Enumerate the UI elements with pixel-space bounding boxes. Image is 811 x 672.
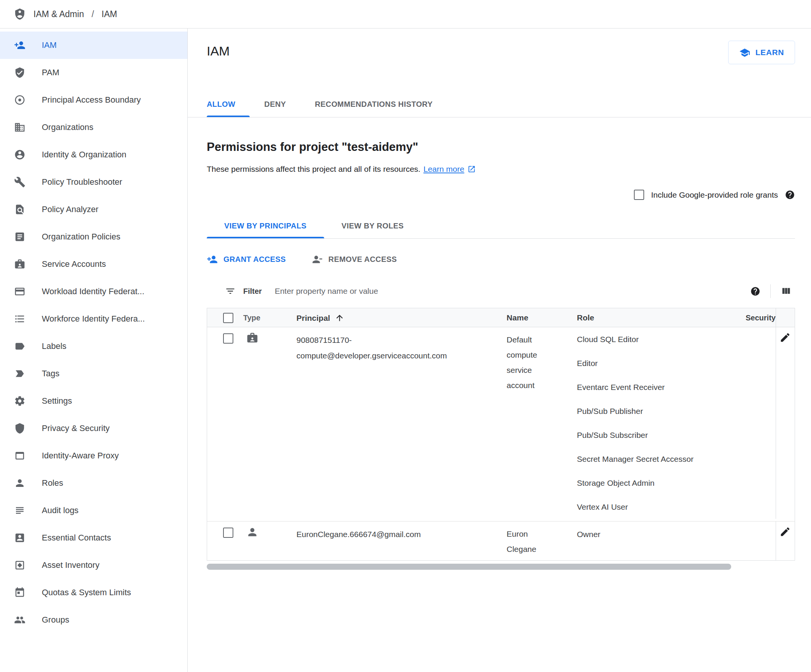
iam-tabs: ALLOW DENY RECOMMENDATIONS HISTORY [188,92,811,117]
permissions-description: These permissions affect this project an… [207,165,420,174]
edit-principal-button[interactable] [779,526,791,538]
column-header-name: Name [507,310,577,325]
grant-access-button[interactable]: GRANT ACCESS [207,254,286,265]
sidebar-item-organization-policies[interactable]: Organization Policies [0,223,187,251]
sidebar-item-pam[interactable]: PAM [0,59,187,86]
sidebar-item-essential-contacts[interactable]: Essential Contacts [0,524,187,552]
include-google-roles-checkbox[interactable] [634,190,644,200]
boundary-icon [14,94,25,106]
sidebar-item-workforce-identity-federation[interactable]: Workforce Identity Federa... [0,305,187,333]
sidebar-item-roles[interactable]: Roles [0,469,187,497]
sidebar-item-identity-organization[interactable]: Identity & Organization [0,141,187,168]
divider [770,284,771,298]
iam-admin-logo-icon [14,8,26,20]
person-icon [14,477,25,489]
filter-bar: Filter [207,279,795,303]
person-icon [246,526,258,538]
sidebar-item-service-accounts[interactable]: Service Accounts [0,251,187,278]
edit-principal-button[interactable] [779,332,791,343]
sidebar-item-identity-aware-proxy[interactable]: Identity-Aware Proxy [0,442,187,469]
sidebar-item-workload-identity-federation[interactable]: Workload Identity Federat... [0,278,187,305]
role-item: Eventarc Event Receiver [577,375,746,399]
row-checkbox[interactable] [223,333,233,344]
sort-ascending-icon [335,313,344,323]
card-icon [14,286,25,297]
groups-icon [14,614,25,626]
role-item: Secret Manager Secret Accessor [577,447,746,471]
sidebar-item-groups[interactable]: Groups [0,606,187,634]
tab-allow[interactable]: ALLOW [207,92,250,117]
filter-label: Filter [243,287,262,296]
scrollbar-thumb[interactable] [207,564,731,570]
breadcrumb-product[interactable]: IAM & Admin [34,9,84,19]
role-item: Pub/Sub Publisher [577,399,746,423]
main-panel: IAM LEARN ALLOW DENY RECOMMENDATIONS HIS… [188,29,811,672]
sidebar-item-principal-access-boundary[interactable]: Principal Access Boundary [0,86,187,114]
tag-icon [14,368,25,379]
role-item: Pub/Sub Subscriber [577,423,746,447]
pencil-icon [779,526,791,538]
principal-email: 908087151170-compute@developer.gservicea… [297,327,507,363]
calendar-icon [14,587,25,598]
principal-email: EuronClegane.666674@gmail.com [297,521,507,542]
remove-access-button[interactable]: REMOVE ACCESS [312,254,397,265]
row-checkbox[interactable] [223,528,233,538]
column-header-role: Role [577,313,746,322]
column-header-type: Type [236,314,297,322]
view-tabs: VIEW BY PRINCIPALS VIEW BY ROLES [207,214,795,239]
window-icon [14,450,25,462]
breadcrumb-page: IAM [102,9,117,19]
sidebar-item-quotas[interactable]: Quotas & System Limits [0,579,187,606]
find-in-page-icon [14,204,25,215]
asset-icon [14,560,25,571]
sidebar-item-organizations[interactable]: Organizations [0,114,187,141]
page-title: IAM [207,44,795,59]
column-header-principal[interactable]: Principal [297,310,507,326]
list-lines-icon [14,505,25,516]
column-header-security: Security [746,314,775,322]
sidebar-item-settings[interactable]: Settings [0,387,187,415]
shield-icon [14,423,25,434]
sidebar-item-asset-inventory[interactable]: Asset Inventory [0,552,187,579]
tab-view-by-roles[interactable]: VIEW BY ROLES [324,214,421,238]
roles-list: Owner [577,521,746,542]
include-google-roles-label: Include Google-provided role grants [651,190,778,200]
shield-check-icon [14,67,25,78]
filter-input[interactable] [275,287,750,296]
contact-card-icon [14,532,25,543]
column-header-actions [775,308,794,327]
permissions-heading: Permissions for project "test-aidemy" [207,140,795,154]
help-icon[interactable] [785,190,795,200]
learn-more-link[interactable]: Learn more [423,165,464,174]
horizontal-scrollbar[interactable] [207,564,795,570]
person-add-icon [207,254,218,265]
article-icon [14,231,25,243]
tab-view-by-principals[interactable]: VIEW BY PRINCIPALS [207,214,324,238]
role-item: Storage Object Admin [577,471,746,495]
pencil-icon [779,332,791,343]
open-in-new-icon [467,165,476,173]
select-all-checkbox[interactable] [223,313,233,323]
sidebar-item-audit-logs[interactable]: Audit logs [0,497,187,524]
school-icon [739,47,750,58]
label-icon [14,341,25,352]
service-account-icon [246,332,258,344]
sidebar-item-tags[interactable]: Tags [0,360,187,387]
sidebar-item-iam[interactable]: IAM [0,32,187,59]
service-account-icon [14,258,25,270]
top-bar: IAM & Admin / IAM [0,0,811,29]
identity-icon [14,149,25,160]
person-add-icon [14,39,25,51]
sidebar-item-policy-troubleshooter[interactable]: Policy Troubleshooter [0,168,187,196]
wrench-icon [14,176,25,188]
tab-recommendations-history[interactable]: RECOMMENDATIONS HISTORY [300,92,447,117]
learn-button[interactable]: LEARN [728,41,795,64]
sidebar-item-labels[interactable]: Labels [0,333,187,360]
table-header-row: Type Principal Name Role Security [207,308,795,327]
filter-help-icon[interactable] [750,286,760,297]
tab-deny[interactable]: DENY [250,92,300,117]
sidebar-item-policy-analyzer[interactable]: Policy Analyzer [0,196,187,223]
sidebar-item-privacy-security[interactable]: Privacy & Security [0,415,187,442]
column-display-icon[interactable] [780,286,791,297]
role-item: Editor [577,351,746,375]
